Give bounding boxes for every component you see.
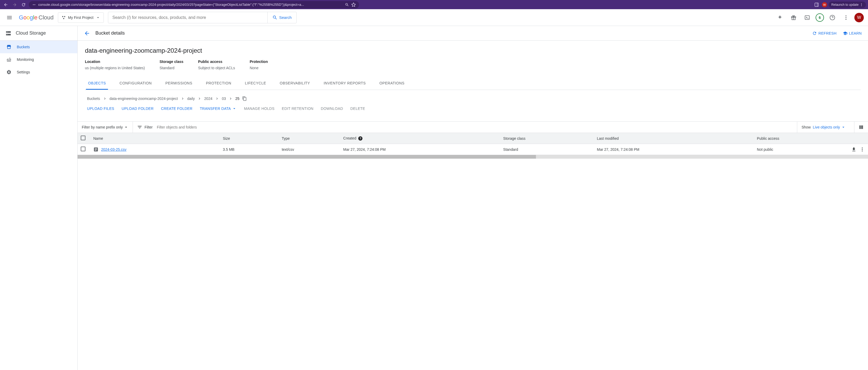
- edit-retention-button[interactable]: EDIT RETENTION: [282, 106, 313, 111]
- tab-permissions[interactable]: PERMISSIONS: [163, 77, 194, 90]
- download-row-icon[interactable]: [851, 147, 857, 152]
- search-input[interactable]: [108, 15, 267, 20]
- page-header: Bucket details REFRESH LEARN: [78, 26, 868, 41]
- chevron-right-icon: [197, 96, 202, 101]
- gift-icon[interactable]: [788, 12, 799, 23]
- row-more-icon[interactable]: [860, 147, 865, 152]
- tab-protection[interactable]: PROTECTION: [204, 77, 234, 90]
- browser-back-button[interactable]: [2, 1, 9, 8]
- cell-storage-class: Standard: [500, 144, 594, 155]
- browser-url-text: console.cloud.google.com/storage/browser…: [38, 3, 343, 6]
- product-name: Cloud Storage: [16, 30, 46, 36]
- tab-observability[interactable]: OBSERVABILITY: [278, 77, 312, 90]
- project-picker[interactable]: My First Project: [58, 12, 104, 23]
- manage-holds-button[interactable]: MANAGE HOLDS: [244, 106, 274, 111]
- nav-menu-button[interactable]: [4, 12, 15, 23]
- tab-inventory-reports[interactable]: INVENTORY REPORTS: [321, 77, 368, 90]
- sidebar-item-buckets[interactable]: Buckets: [0, 41, 77, 53]
- refresh-button[interactable]: REFRESH: [812, 31, 837, 36]
- upload-folder-button[interactable]: UPLOAD FOLDER: [122, 106, 154, 111]
- filter-prefix-dropdown[interactable]: Filter by name prefix only: [82, 122, 133, 133]
- col-public-access[interactable]: Public access: [754, 133, 848, 144]
- object-actions-row: UPLOAD FILES UPLOAD FOLDER CREATE FOLDER…: [85, 106, 861, 115]
- sidebar-item-monitoring[interactable]: Monitoring: [0, 53, 77, 66]
- sidebar-item-settings[interactable]: Settings: [0, 66, 77, 78]
- help-icon[interactable]: [827, 12, 838, 23]
- create-folder-button[interactable]: CREATE FOLDER: [161, 106, 192, 111]
- user-avatar[interactable]: W: [855, 13, 864, 22]
- gear-icon: [6, 69, 11, 75]
- columns-icon: [859, 124, 864, 130]
- breadcrumb-part[interactable]: daily: [187, 96, 195, 101]
- google-cloud-logo[interactable]: Google Cloud: [19, 14, 54, 21]
- info-label: Location: [85, 59, 145, 64]
- product-header: Cloud Storage: [0, 26, 77, 41]
- breadcrumb-part[interactable]: 2024: [204, 96, 212, 101]
- col-type[interactable]: Type: [279, 133, 340, 144]
- cloud-shell-icon[interactable]: [802, 12, 812, 23]
- browser-profile-badge[interactable]: W: [822, 2, 827, 7]
- storage-product-icon: [5, 30, 11, 36]
- breadcrumb-part[interactable]: data-engineering-zoomcamp-2024-project: [110, 96, 178, 101]
- info-icon[interactable]: ?: [358, 136, 363, 141]
- download-button[interactable]: DOWNLOAD: [321, 106, 343, 111]
- horizontal-scrollbar[interactable]: [78, 155, 868, 159]
- show-dropdown[interactable]: Live objects only: [813, 125, 846, 130]
- info-label: Storage class: [160, 59, 183, 64]
- svg-point-16: [845, 17, 846, 18]
- ai-assist-icon[interactable]: [775, 12, 785, 23]
- browser-url-bar[interactable]: console.cloud.google.com/storage/browser…: [29, 1, 359, 8]
- relaunch-label: Relaunch to update: [831, 3, 859, 6]
- file-icon: [93, 147, 98, 152]
- search-button[interactable]: Search: [267, 12, 297, 23]
- filter-text: Filter: [145, 125, 153, 129]
- relaunch-button[interactable]: Relaunch to update: [829, 2, 866, 8]
- back-button[interactable]: [84, 30, 90, 36]
- breadcrumb-root[interactable]: Buckets: [87, 96, 100, 101]
- copy-path-icon[interactable]: [242, 96, 247, 101]
- row-checkbox[interactable]: [81, 147, 86, 151]
- dropdown-icon: [96, 15, 100, 20]
- svg-point-5: [861, 4, 862, 5]
- zoom-icon[interactable]: [345, 3, 349, 7]
- tab-operations[interactable]: OPERATIONS: [377, 77, 407, 90]
- col-last-modified[interactable]: Last modified: [594, 133, 754, 144]
- breadcrumb-part[interactable]: 03: [222, 96, 226, 101]
- bucket-icon: [6, 44, 11, 50]
- column-display-button[interactable]: [854, 122, 864, 133]
- select-all-checkbox[interactable]: [81, 136, 86, 140]
- scrollbar-thumb[interactable]: [78, 155, 536, 159]
- col-size[interactable]: Size: [220, 133, 279, 144]
- tab-lifecycle[interactable]: LIFECYCLE: [243, 77, 268, 90]
- sidebar-item-label: Buckets: [17, 45, 30, 49]
- browser-reload-button[interactable]: [20, 1, 27, 8]
- upload-files-button[interactable]: UPLOAD FILES: [87, 106, 114, 111]
- breadcrumb: Buckets data-engineering-zoomcamp-2024-p…: [85, 90, 861, 106]
- col-created[interactable]: Created ?: [340, 133, 500, 144]
- tab-objects[interactable]: OBJECTS: [86, 77, 108, 90]
- delete-button[interactable]: DELETE: [350, 106, 365, 111]
- transfer-data-button[interactable]: TRANSFER DATA: [200, 106, 237, 111]
- more-menu-icon[interactable]: [841, 12, 851, 23]
- cloud-label: Cloud: [38, 14, 54, 21]
- svg-rect-2: [815, 3, 818, 6]
- console-topbar: Google Cloud My First Project Search 6 W: [0, 9, 868, 26]
- col-storage-class[interactable]: Storage class: [500, 133, 594, 144]
- cell-public-access: Not public: [754, 144, 848, 155]
- filter-bar: Filter by name prefix only Filter Show L…: [78, 121, 868, 133]
- object-name-link[interactable]: 2024-03-25.csv: [101, 147, 127, 151]
- learn-button[interactable]: LEARN: [843, 31, 862, 36]
- browser-forward-button[interactable]: [11, 1, 18, 8]
- col-name[interactable]: Name: [90, 133, 220, 144]
- chevron-right-icon: [228, 96, 233, 101]
- bucket-info-row: Location us (multiple regions in United …: [85, 59, 861, 70]
- tab-configuration[interactable]: CONFIGURATION: [117, 77, 154, 90]
- extension-panel-icon[interactable]: [813, 1, 820, 8]
- project-icon: [61, 15, 66, 20]
- site-info-icon: [32, 3, 36, 7]
- chevron-right-icon: [181, 96, 185, 101]
- notification-badge[interactable]: 6: [815, 13, 824, 22]
- filter-input[interactable]: [157, 125, 793, 129]
- bookmark-star-icon[interactable]: [351, 2, 356, 7]
- svg-point-21: [7, 34, 7, 35]
